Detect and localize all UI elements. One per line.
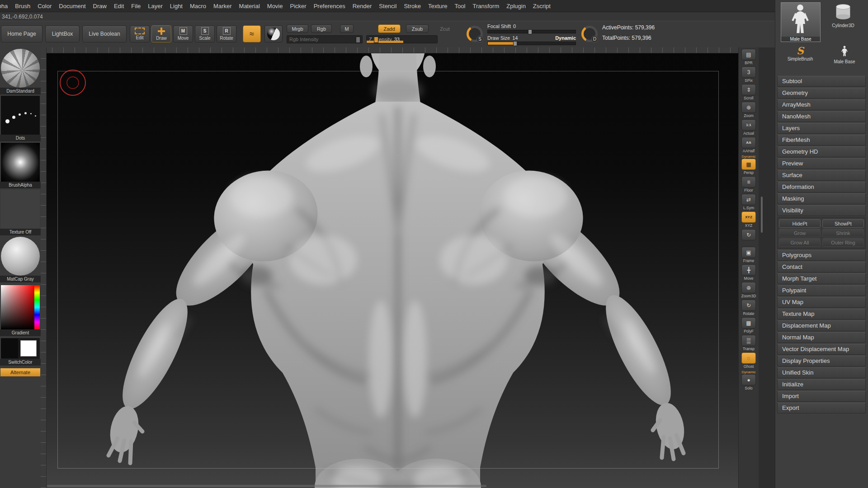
shelf-item-aahalf[interactable]: AA AAHalf	[741, 137, 756, 153]
section-visibility[interactable]: Visibility	[777, 205, 866, 216]
shelf-item-frame[interactable]: ▣ Frame	[741, 247, 756, 263]
shelf-item-persp[interactable]: Dynamic ▦ Persp	[741, 155, 756, 175]
section-initialize[interactable]: Initialize	[777, 379, 866, 390]
section-masking[interactable]: Masking	[777, 193, 866, 204]
shelf-item-solo[interactable]: Dynamic ● Solo	[741, 370, 756, 390]
hidept-button[interactable]: HidePt	[779, 219, 821, 228]
shelf-item-bpr[interactable]: ▤ BPR	[741, 49, 756, 65]
section-subtool[interactable]: Subtool	[777, 76, 866, 87]
menu-macro[interactable]: Macro	[186, 3, 210, 9]
draw-mode-button[interactable]: Draw	[151, 25, 171, 42]
section-polypaint[interactable]: Polypaint	[777, 285, 866, 296]
shelf-item-ghost[interactable]: ◌ Ghost	[741, 352, 756, 369]
menu-picker[interactable]: Picker	[287, 3, 310, 9]
menu-edit[interactable]: Edit	[110, 3, 127, 9]
cylinder3d-tool[interactable]: Cylinder3D	[830, 3, 857, 28]
section-export[interactable]: Export	[777, 403, 866, 413]
menu-color[interactable]: Color	[34, 3, 55, 9]
canvas-horizontal-scrollbar[interactable]	[47, 485, 486, 487]
focal-shift-slider[interactable]	[487, 30, 576, 33]
section-nanomesh[interactable]: NanoMesh	[777, 111, 866, 122]
current-alpha-thumbnail[interactable]	[1, 143, 40, 182]
current-material-thumbnail[interactable]	[1, 237, 40, 276]
home-page-button[interactable]: Home Page	[1, 25, 42, 42]
secondary-color-swatch[interactable]	[20, 340, 37, 357]
current-texture-thumbnail[interactable]	[1, 190, 40, 229]
shelf-item-transp[interactable]: ▒ Transp	[741, 335, 756, 351]
color-picker[interactable]	[1, 285, 40, 329]
zsub-button[interactable]: Zsub	[406, 24, 429, 33]
section-deformation[interactable]: Deformation	[777, 182, 866, 192]
menu-transform[interactable]: Transform	[469, 3, 503, 9]
section-unified-skin[interactable]: Unified Skin	[777, 367, 866, 378]
rgb-button[interactable]: Rgb	[311, 24, 332, 33]
move-mode-button[interactable]: M Move	[173, 25, 193, 42]
showpt-button[interactable]: ShowPt	[822, 219, 864, 228]
rotate-mode-button[interactable]: R Rotate	[217, 25, 236, 42]
section-normal-map[interactable]: Normal Map	[777, 332, 866, 343]
menu-material[interactable]: Material	[236, 3, 264, 9]
z-intensity-handle[interactable]	[374, 37, 378, 43]
menu-zscript[interactable]: Zscript	[529, 3, 554, 9]
color-saturation-square[interactable]	[1, 285, 34, 329]
section-import[interactable]: Import	[777, 391, 866, 402]
brush-stroke-button[interactable]: ≈	[243, 25, 261, 42]
zadd-button[interactable]: Zadd	[378, 24, 401, 33]
menu-stencil[interactable]: Stencil	[375, 3, 400, 9]
mrgb-button[interactable]: Mrgb	[287, 24, 308, 33]
menu-stroke[interactable]: Stroke	[400, 3, 425, 9]
edit-mode-button[interactable]: Edit	[130, 25, 150, 42]
draw-size-slider[interactable]	[487, 42, 576, 45]
malebase-small-tool[interactable]: Male Base	[830, 45, 859, 64]
menu-brush[interactable]: Brush	[11, 3, 34, 9]
shelf-item-spin[interactable]: ↻	[741, 229, 756, 245]
section-texture-map[interactable]: Texture Map	[777, 309, 866, 319]
section-display-properties[interactable]: Display Properties	[777, 356, 866, 366]
rgb-intensity-slider[interactable]: Rgb Intensity	[287, 35, 363, 43]
main-color-swatch[interactable]	[1, 338, 18, 358]
shelf-item-spix[interactable]: 3 SPix	[741, 66, 756, 83]
section-fibermesh[interactable]: FiberMesh	[777, 135, 866, 145]
menu-alpha[interactable]: Alpha	[0, 3, 11, 9]
simplebrush-tool[interactable]: S SimpleBrush	[781, 45, 820, 61]
menu-marker[interactable]: Marker	[210, 3, 235, 9]
shelf-item-actual[interactable]: 1:1 Actual	[741, 119, 756, 136]
section-displacement-map[interactable]: Displacement Map	[777, 320, 866, 331]
menu-file[interactable]: File	[127, 3, 144, 9]
shelf-item-lsym[interactable]: ⇄ L.Sym	[741, 194, 756, 210]
section-morph-target[interactable]: Morph Target	[777, 273, 866, 284]
menu-texture[interactable]: Texture	[425, 3, 451, 9]
shelf-item-zoom3d[interactable]: ⊕ Zoom3D	[741, 282, 756, 298]
shelf-item-zoom[interactable]: ⊕ Zoom	[741, 102, 756, 118]
depth-dial[interactable]: D	[581, 26, 598, 42]
section-contact[interactable]: Contact	[777, 262, 866, 272]
lightbox-button[interactable]: LightBox	[45, 25, 80, 42]
draw-size-handle[interactable]	[513, 41, 517, 46]
menu-render[interactable]: Render	[349, 3, 376, 9]
section-preview[interactable]: Preview	[777, 158, 866, 169]
menu-light[interactable]: Light	[166, 3, 186, 9]
material-button[interactable]	[264, 25, 283, 42]
section-vector-displacement-map[interactable]: Vector Displacement Map	[777, 344, 866, 355]
m-button[interactable]: M	[340, 24, 354, 33]
current-brush-thumbnail[interactable]	[1, 49, 40, 88]
menu-zplugin[interactable]: Zplugin	[503, 3, 529, 9]
rgb-intensity-handle[interactable]	[356, 37, 360, 43]
alternate-button[interactable]: Alternate	[0, 368, 40, 376]
active-tool-thumbnail[interactable]: Male Base	[781, 2, 821, 42]
focal-shift-handle[interactable]	[528, 29, 532, 34]
stroke-dial[interactable]: S	[467, 26, 483, 42]
menu-tool[interactable]: Tool	[451, 3, 469, 9]
shelf-item-polyf[interactable]: ▩ PolyF	[741, 317, 756, 333]
section-polygroups[interactable]: Polygroups	[777, 250, 866, 261]
current-stroke-thumbnail[interactable]	[1, 96, 40, 135]
live-boolean-button[interactable]: Live Boolean	[82, 25, 127, 42]
menu-draw[interactable]: Draw	[90, 3, 110, 9]
menu-preferences[interactable]: Preferences	[310, 3, 349, 9]
shelf-item-floor[interactable]: ≡ Floor	[741, 176, 756, 192]
shelf-item-scroll[interactable]: ⇕ Scroll	[741, 84, 756, 100]
shelf-item-xyz[interactable]: XYZ XYZ	[741, 211, 756, 228]
panel-vertical-scrollbar[interactable]	[761, 197, 763, 233]
switchcolor-button[interactable]: SwitchColor	[0, 359, 41, 366]
scale-mode-button[interactable]: S Scale	[195, 25, 215, 42]
